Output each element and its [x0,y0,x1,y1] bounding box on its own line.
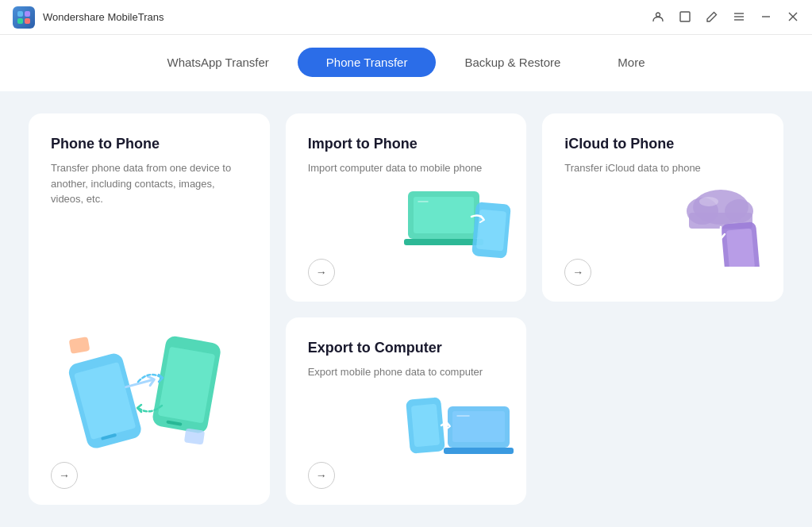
tab-more[interactable]: More [589,48,673,77]
card-desc-import: Import computer data to mobile phone [308,160,505,176]
card-export-to-computer[interactable]: Export to Computer Export mobile phone d… [286,317,527,506]
titlebar-controls [652,10,799,25]
minimize-icon[interactable] [760,10,772,25]
card-desc: Transfer phone data from one device to a… [51,160,248,207]
svg-rect-2 [17,18,23,24]
card-arrow-import[interactable]: → [308,259,335,286]
card-desc-icloud: Transfer iCloud data to phone [564,160,761,176]
svg-rect-3 [25,18,30,24]
menu-icon[interactable] [733,10,745,25]
tab-whatsapp[interactable]: WhatsApp Transfer [138,48,297,77]
card-title: Phone to Phone [51,136,248,152]
import-illustration [404,175,515,266]
svg-point-4 [656,13,660,17]
edit-icon[interactable] [706,10,718,25]
card-desc-export: Export mobile phone data to computer [308,364,505,380]
svg-rect-21 [414,197,474,233]
card-phone-to-phone[interactable]: Phone to Phone Transfer phone data from … [29,113,270,505]
svg-rect-38 [444,448,514,454]
tab-backup[interactable]: Backup & Restore [436,48,589,77]
card-header: Import to Phone Import computer data to … [308,136,505,176]
cards-area: Phone to Phone Transfer phone data from … [0,91,812,527]
svg-rect-19 [184,428,205,444]
phone-to-phone-illustration [62,314,237,457]
svg-rect-32 [726,228,755,266]
card-header: Export to Computer Export mobile phone d… [308,340,505,380]
card-arrow-phone-to-phone[interactable]: → [51,462,78,489]
card-header: Phone to Phone Transfer phone data from … [51,136,248,207]
nav-bar: WhatsApp Transfer Phone Transfer Backup … [0,35,812,91]
card-title-export: Export to Computer [308,340,505,356]
card-arrow-export[interactable]: → [308,462,335,489]
window-icon[interactable] [679,10,691,25]
svg-rect-5 [680,12,690,21]
titlebar-left: Wondershare MobileTrans [13,6,164,29]
card-arrow-icloud[interactable]: → [564,259,591,286]
card-icloud-to-phone[interactable]: iCloud to Phone Transfer iCloud data to … [542,113,783,302]
app-icon [13,6,35,29]
card-header: iCloud to Phone Transfer iCloud data to … [564,136,761,176]
svg-rect-35 [411,404,440,448]
app-name: Wondershare MobileTrans [43,11,164,23]
svg-rect-22 [404,239,483,245]
icloud-illustration [669,179,772,270]
svg-rect-0 [17,11,23,17]
svg-rect-13 [74,362,136,440]
svg-rect-1 [25,11,30,17]
main-content: WhatsApp Transfer Phone Transfer Backup … [0,35,812,527]
close-icon[interactable] [787,10,799,25]
card-import-to-phone[interactable]: Import to Phone Import computer data to … [286,113,527,302]
account-icon[interactable] [652,10,664,25]
svg-rect-18 [68,337,90,354]
titlebar: Wondershare MobileTrans [0,0,812,35]
svg-point-30 [699,197,718,206]
card-title-import: Import to Phone [308,136,505,152]
card-title-icloud: iCloud to Phone [564,136,761,152]
tab-phone[interactable]: Phone Transfer [298,48,437,77]
export-illustration [404,383,515,473]
